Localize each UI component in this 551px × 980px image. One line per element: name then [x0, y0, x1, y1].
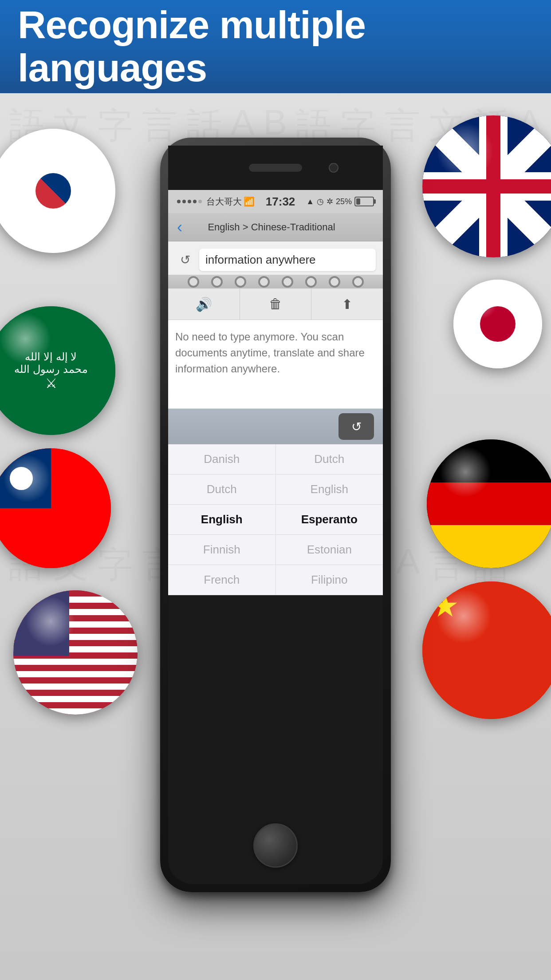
lang-cell-dutch-left[interactable]: Dutch	[168, 474, 276, 504]
location-icon: ▲	[306, 197, 314, 206]
refresh-btn-icon: ↺	[351, 419, 362, 434]
flag-taiwan	[0, 448, 111, 568]
lang-row-3: English Esperanto	[168, 505, 383, 535]
status-left: 台大哥大 📶	[177, 196, 255, 208]
nav-bar: ‹ English > Chinese-Traditional	[168, 213, 383, 241]
refresh-button[interactable]: ↺	[338, 413, 374, 440]
back-button[interactable]: ‹	[177, 218, 182, 237]
lang-row-4: Finnish Estonian	[168, 535, 383, 565]
spiral-ring	[235, 276, 246, 288]
action-bar: 🔊 🗑 ⬆	[168, 288, 383, 320]
china-star: ★	[431, 590, 459, 621]
language-picker: Danish Dutch Dutch English English Esper…	[168, 444, 383, 595]
flag-usa	[13, 590, 138, 715]
refresh-bar: ↺	[168, 409, 383, 444]
lang-cell-filipino[interactable]: Filipino	[276, 565, 383, 595]
page-title: Recognize multiple languages	[18, 4, 533, 90]
phone-mockup: 台大哥大 📶 17:32 ▲ ◷ ✲ 25%	[160, 138, 391, 892]
lang-cell-english-selected[interactable]: English	[168, 505, 276, 534]
lang-cell-french[interactable]: French	[168, 565, 276, 595]
flag-japan	[453, 280, 542, 368]
lang-cell-finnish[interactable]: Finnish	[168, 535, 276, 565]
flag-germany	[427, 439, 551, 568]
trash-icon: 🗑	[269, 296, 282, 312]
status-right: ▲ ◷ ✲ 25%	[306, 197, 374, 206]
spiral-ring	[188, 276, 199, 288]
bluetooth-icon: ✲	[327, 197, 333, 206]
lang-cell-esperanto-selected[interactable]: Esperanto	[276, 505, 383, 534]
battery-indicator	[354, 197, 374, 206]
lang-row-5: French Filipino	[168, 565, 383, 595]
phone-screen: 台大哥大 📶 17:32 ▲ ◷ ✲ 25%	[168, 190, 383, 595]
alarm-icon: ◷	[317, 197, 324, 206]
status-bar: 台大哥大 📶 17:32 ▲ ◷ ✲ 25%	[168, 190, 383, 213]
saudi-sword: ⚔	[45, 375, 57, 391]
spiral-ring	[305, 276, 317, 288]
lang-cell-english-right[interactable]: English	[276, 474, 383, 504]
carrier-label: 台大哥大	[206, 196, 242, 208]
saudi-text: لا إله إلا الله	[25, 351, 77, 363]
main-area: 語文字言話 AB語字言 文話A語文 字言B話語 文字A言話	[0, 93, 551, 980]
translation-output: No need to type anymore. You scan docume…	[168, 320, 383, 409]
input-text[interactable]: information anywhere	[199, 249, 376, 271]
spiral-ring	[282, 276, 293, 288]
delete-button[interactable]: 🗑	[240, 288, 312, 320]
saudi-text2: محمد رسول الله	[14, 363, 87, 375]
app-header: Recognize multiple languages	[0, 0, 551, 93]
input-section: ↺ information anywhere	[168, 241, 383, 275]
flag-korea	[0, 129, 115, 253]
home-button[interactable]	[253, 823, 298, 868]
nav-title: English > Chinese-Traditional	[187, 221, 356, 233]
speaker-button[interactable]: 🔊	[168, 288, 240, 320]
spiral-ring	[258, 276, 270, 288]
translation-text: No need to type anymore. You scan docume…	[175, 329, 376, 377]
flag-saudi: لا إله إلا الله محمد رسول الله ⚔	[0, 306, 115, 435]
spiral-ring	[352, 276, 364, 288]
lang-cell-estonian[interactable]: Estonian	[276, 535, 383, 565]
refresh-icon[interactable]: ↺	[175, 250, 195, 270]
phone-notch	[168, 146, 383, 190]
share-button[interactable]: ⬆	[311, 288, 383, 320]
spiral-ring	[211, 276, 223, 288]
phone-camera	[329, 163, 338, 173]
lang-row-2: Dutch English	[168, 474, 383, 505]
spiral-ring	[329, 276, 340, 288]
flag-china: ★	[422, 581, 551, 719]
status-time: 17:32	[266, 195, 295, 209]
lang-cell-danish[interactable]: Danish	[168, 444, 276, 474]
flag-uk	[422, 115, 551, 257]
lang-row-1: Danish Dutch	[168, 444, 383, 474]
lang-cell-dutch-right[interactable]: Dutch	[276, 444, 383, 474]
battery-percent: 25%	[336, 197, 352, 206]
spiral-binding	[168, 275, 383, 288]
phone-speaker	[249, 164, 302, 172]
speaker-icon: 🔊	[196, 296, 212, 312]
share-icon: ⬆	[342, 296, 353, 312]
wifi-icon: 📶	[244, 196, 255, 207]
